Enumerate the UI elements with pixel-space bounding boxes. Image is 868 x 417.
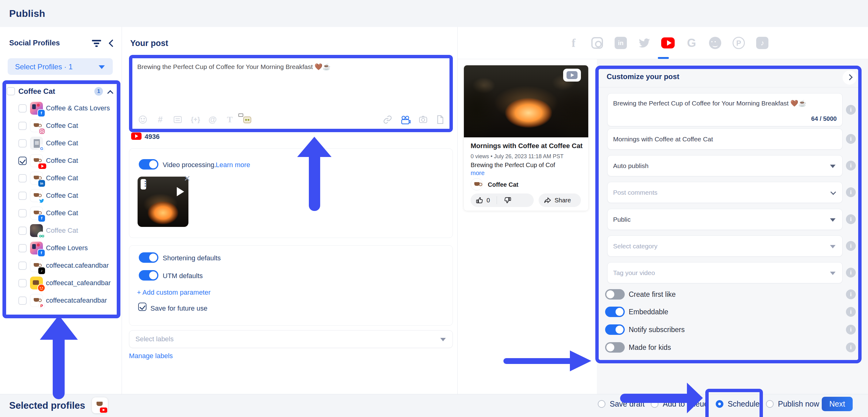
radio-icon[interactable] xyxy=(598,400,606,408)
list-icon[interactable] xyxy=(172,114,183,125)
profile-row[interactable]: fCoffee Lovers xyxy=(7,240,117,257)
toggle-made-for-kids[interactable] xyxy=(605,342,625,353)
select-public[interactable]: Public xyxy=(607,209,843,230)
video-description-field[interactable]: Brewing the Perfect Cup of Coffee for Yo… xyxy=(607,93,843,126)
profile-row[interactable]: ♪coffeecat.cafeandbar xyxy=(7,257,117,275)
info-icon[interactable]: i xyxy=(846,161,856,171)
profile-row[interactable]: Coffee Cat xyxy=(7,152,117,170)
more-options-icon[interactable] xyxy=(141,179,146,189)
tab-pinterest[interactable]: P xyxy=(732,36,745,50)
emoji-icon[interactable] xyxy=(137,114,148,125)
select-auto-publish[interactable]: Auto publish xyxy=(607,155,843,176)
select-select-category[interactable]: Select category xyxy=(607,236,843,257)
radio-icon[interactable] xyxy=(716,400,723,408)
group-checkbox[interactable] xyxy=(7,87,15,95)
preview-more-link[interactable]: more xyxy=(471,170,485,177)
tab-twitter[interactable] xyxy=(638,36,651,50)
mention-icon[interactable]: @ xyxy=(207,114,218,125)
profile-row[interactable]: Coffee Cat xyxy=(7,117,117,135)
chevron-up-icon[interactable] xyxy=(108,90,113,95)
profile-checkbox[interactable] xyxy=(19,297,27,305)
add-custom-parameter-link[interactable]: + Add custom parameter xyxy=(137,289,211,297)
select-post-comments[interactable]: Post comments xyxy=(607,182,843,203)
toggle-embeddable[interactable] xyxy=(605,307,625,317)
info-icon[interactable]: i xyxy=(846,307,856,317)
radio-save-draft[interactable]: Save draft xyxy=(598,399,645,409)
profile-row[interactable]: inCoffee Cat xyxy=(7,170,117,187)
shortening-defaults-toggle[interactable] xyxy=(139,252,158,263)
profile-checkbox[interactable] xyxy=(19,244,27,252)
info-icon[interactable]: i xyxy=(846,241,856,251)
tab-reddit[interactable] xyxy=(708,36,722,50)
video-thumbnail[interactable] xyxy=(137,177,188,227)
toggle-notify-subscribers[interactable] xyxy=(605,324,625,335)
learn-more-link[interactable]: Learn more xyxy=(216,161,250,169)
profile-row[interactable]: fCoffee Cat xyxy=(7,205,117,222)
share-button[interactable]: Share xyxy=(539,193,581,207)
post-text[interactable]: Brewing the Perfect Cup of Coffee for Yo… xyxy=(137,63,437,70)
manage-labels-link[interactable]: Manage labels xyxy=(129,352,173,360)
profile-checkbox[interactable] xyxy=(19,157,27,165)
profile-checkbox[interactable] xyxy=(19,209,27,217)
info-icon[interactable]: i xyxy=(846,105,856,115)
profile-row[interactable]: Coffee Cat xyxy=(7,187,117,205)
select-labels-dropdown[interactable]: Select labels xyxy=(129,330,453,348)
radio-add-to-queue[interactable]: Add to queue xyxy=(651,399,708,409)
profile-checkbox[interactable] xyxy=(19,122,27,130)
select-profiles-dropdown[interactable]: Select Profiles · 1 xyxy=(8,58,113,75)
profile-checkbox[interactable] xyxy=(19,139,27,147)
tab-instagram[interactable] xyxy=(590,36,604,50)
post-editor[interactable]: Brewing the Perfect Cup of Coffee for Yo… xyxy=(132,58,450,129)
info-icon[interactable]: i xyxy=(846,325,856,334)
document-icon[interactable] xyxy=(435,114,446,125)
tab-linkedin[interactable]: in xyxy=(614,36,627,50)
profile-row[interactable]: Coffee Cat xyxy=(7,222,117,240)
collapse-sidebar-icon[interactable] xyxy=(108,39,115,48)
next-button[interactable]: Next xyxy=(822,397,853,411)
video-title-field[interactable]: Mornings with Coffee at Coffee Cat xyxy=(607,128,843,150)
profile-checkbox[interactable] xyxy=(19,191,27,200)
video-processing-toggle[interactable] xyxy=(139,159,158,170)
select-tag-your-video[interactable]: Tag your video xyxy=(607,262,843,283)
profile-row[interactable]: GCoffee Cat xyxy=(7,135,117,152)
tab-google[interactable]: G xyxy=(685,36,698,50)
char-count: 4936 xyxy=(145,133,160,141)
save-future-checkbox[interactable] xyxy=(138,303,147,311)
remove-video-icon[interactable]: ✕ xyxy=(184,174,191,183)
profile-avatar: ♪ xyxy=(30,259,43,272)
image-icon[interactable] xyxy=(417,114,429,125)
collapse-panel-icon[interactable] xyxy=(843,70,857,85)
profile-row[interactable]: fCoffee & Cats Lovers xyxy=(7,100,117,117)
profile-checkbox[interactable] xyxy=(19,262,27,270)
filter-icon[interactable] xyxy=(91,40,102,48)
profile-row[interactable]: coffeecat_cafeandbar xyxy=(7,275,117,292)
radio-icon[interactable] xyxy=(651,400,658,408)
utm-defaults-toggle[interactable] xyxy=(139,270,158,280)
tab-tiktok[interactable]: ♪ xyxy=(755,36,769,50)
info-icon[interactable]: i xyxy=(846,187,856,197)
hashtag-icon[interactable]: # xyxy=(155,114,166,125)
profile-group-row[interactable]: Coffee Cat 1 xyxy=(7,85,117,100)
info-icon[interactable]: i xyxy=(846,342,856,352)
info-icon[interactable]: i xyxy=(846,214,856,224)
radio-schedule[interactable]: Schedule xyxy=(716,399,760,409)
snippet-icon[interactable]: {+} xyxy=(190,114,201,125)
profile-checkbox[interactable] xyxy=(19,104,27,113)
toggle-create-first-like[interactable] xyxy=(605,289,625,300)
like-button[interactable]: 0 xyxy=(471,193,534,207)
tab-youtube[interactable] xyxy=(661,36,675,50)
radio-icon[interactable] xyxy=(766,400,774,408)
profile-checkbox[interactable] xyxy=(19,174,27,182)
profile-checkbox[interactable] xyxy=(19,279,27,287)
link-icon[interactable] xyxy=(382,114,393,125)
youtube-icon xyxy=(38,163,46,169)
profile-row[interactable]: Pcoffeecatcafeandbar xyxy=(7,292,117,310)
info-icon[interactable]: i xyxy=(846,268,856,277)
radio-publish-now[interactable]: Publish now xyxy=(766,399,819,409)
profile-checkbox[interactable] xyxy=(19,227,27,235)
info-icon[interactable]: i xyxy=(846,290,856,299)
tab-facebook[interactable]: f xyxy=(567,36,580,50)
text-format-icon[interactable]: T xyxy=(224,114,235,125)
video-icon[interactable] xyxy=(400,114,411,125)
info-icon[interactable]: i xyxy=(846,134,856,144)
